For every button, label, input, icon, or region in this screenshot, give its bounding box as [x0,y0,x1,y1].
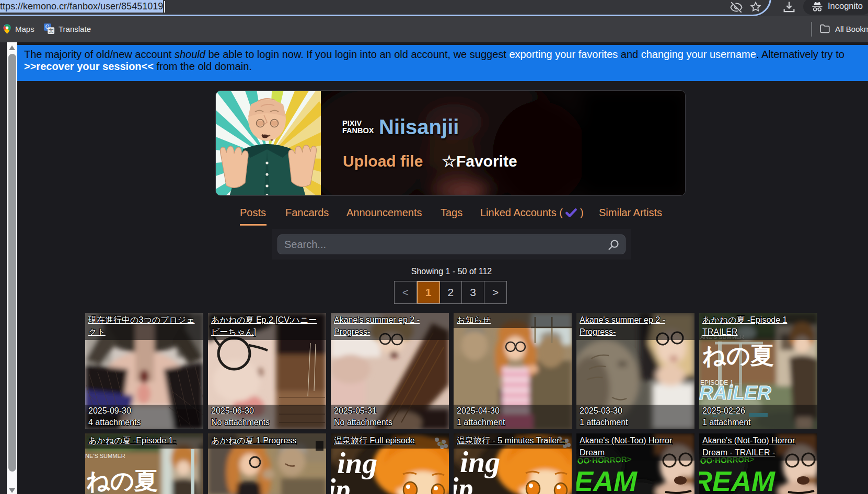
svg-text:ip: ip [331,473,351,494]
svg-text:NE'S SUMMER: NE'S SUMMER [85,453,125,459]
svg-text:REAM: REAM [699,465,776,494]
svg-text:ねの夏: ねの夏 [702,342,774,369]
svg-text:EAM: EAM [576,465,638,494]
svg-text:RAiLER: RAiLER [699,382,771,404]
svg-text:ねの夏: ねの夏 [86,467,158,494]
svg-text:ip: ip [454,472,473,494]
svg-text:文: 文 [49,28,54,33]
